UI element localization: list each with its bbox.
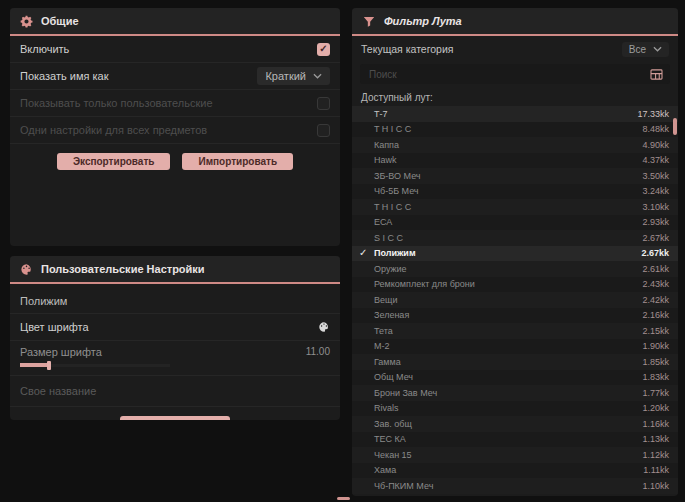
loot-item-row[interactable]: Чекан 151.12kk <box>352 447 678 463</box>
loot-item-row[interactable]: Оружие2.61kk <box>352 261 678 277</box>
loot-item-value: 2.43kk <box>642 279 669 289</box>
loot-item-row[interactable]: S I C C2.67kk <box>352 230 678 246</box>
loot-item-row[interactable]: Гамма1.85kk <box>352 354 678 370</box>
font-size-row: Размер шрифта 11.00 <box>10 341 340 376</box>
setting-label: Одни настройки для всех предметов <box>20 124 207 136</box>
custom-name-input[interactable] <box>20 380 330 402</box>
loot-item-row[interactable]: T H I C C3.10kk <box>352 199 678 215</box>
loot-item-value: 2.67kk <box>642 233 669 243</box>
loot-item-name: ЗБ-ВО Меч <box>374 171 421 181</box>
loot-item-value: 8.48kk <box>642 124 669 134</box>
setting-row: Одни настройки для всех предметов <box>10 117 340 144</box>
loot-item-name: Чекан 15 <box>374 450 412 460</box>
palette-icon[interactable] <box>318 321 330 333</box>
loot-item-name: Зеленая <box>374 310 409 320</box>
loot-item-name: ЕСА <box>374 217 392 227</box>
loot-item-name: Зав. общ <box>374 419 412 429</box>
loot-item-value: 2.61kk <box>642 264 669 274</box>
loot-item-name: S I C C <box>374 233 403 243</box>
dropdown-value: Краткий <box>265 70 306 82</box>
loot-item-name: Тета <box>374 326 393 336</box>
loot-item-name: Чб-ПКИМ Меч <box>374 481 433 491</box>
action-button[interactable]: Экспортировать <box>57 153 171 170</box>
panel-title: Фильтр Лута <box>384 15 462 27</box>
loot-item-row[interactable]: Hawk4.37kk <box>352 153 678 169</box>
loot-item-row[interactable]: Тета2.15kk <box>352 323 678 339</box>
setting-row: Показывать только пользовательские <box>10 90 340 117</box>
loot-item-row[interactable]: Общ Меч1.83kk <box>352 370 678 386</box>
loot-item-row[interactable]: Зеленая2.16kk <box>352 308 678 324</box>
loot-item-name: Гамма <box>374 357 401 367</box>
loot-item-row[interactable]: ЗБ-ВО Меч3.50kk <box>352 168 678 184</box>
loot-item-value: 17.33kk <box>637 109 669 119</box>
vertical-scrollbar-thumb[interactable] <box>673 118 677 135</box>
loot-item-row[interactable]: Зав. общ1.16kk <box>352 416 678 432</box>
loot-item-value: 1.12kk <box>642 450 669 460</box>
general-panel-body: Включить✓Показать имя какКраткийПоказыва… <box>10 36 340 170</box>
slider-handle[interactable] <box>47 361 51 370</box>
loot-item-row[interactable]: Rivals1.20kk <box>352 401 678 417</box>
loot-item-name: М-2 <box>374 341 390 351</box>
loot-item-value: 1.90kk <box>642 341 669 351</box>
loot-list: Т-717.33kkT H I C C8.48kkКаппа4.90kkHawk… <box>352 106 678 494</box>
loot-item-name: Хама <box>374 465 396 475</box>
delete-button-row: Удалить <box>10 416 340 420</box>
loot-item-row[interactable]: Хама1.11kk <box>352 463 678 479</box>
chevron-down-icon <box>313 73 322 79</box>
loot-item-name: Общ Меч <box>374 372 413 382</box>
loot-item-value: 1.83kk <box>642 372 669 382</box>
loot-item-name: ТЕС КА <box>374 434 406 444</box>
loot-item-name: Чб-5Б Меч <box>374 186 419 196</box>
loot-item-row[interactable]: Ремкомплект для брони2.43kk <box>352 277 678 293</box>
loot-item-row[interactable]: Каппа4.90kk <box>352 137 678 153</box>
loot-item-name: Полижим <box>374 248 416 258</box>
setting-row: Включить✓ <box>10 36 340 63</box>
loot-item-value: 4.37kk <box>642 155 669 165</box>
font-size-slider[interactable] <box>20 360 170 371</box>
search-box[interactable] <box>360 64 670 84</box>
custom-name-row <box>10 376 340 407</box>
loot-item-value: 1.85kk <box>642 357 669 367</box>
category-dropdown[interactable]: Все <box>622 42 669 57</box>
loot-item-row[interactable]: Чб-5Б Меч3.24kk <box>352 184 678 200</box>
loot-item-name: Вещи <box>374 295 397 305</box>
loot-item-row[interactable]: Вещи2.42kk <box>352 292 678 308</box>
checkbox[interactable]: ✓ <box>317 43 330 56</box>
loot-filter-panel: Фильтр Лута Текущая категория Все Доступ… <box>352 8 678 496</box>
chevron-down-icon <box>653 46 662 52</box>
font-color-row[interactable]: Цвет шрифта <box>10 313 340 341</box>
loot-item-row[interactable]: T H I C C8.48kk <box>352 122 678 138</box>
custom-settings-panel: Пользовательские Настройки Полижим Цвет … <box>10 256 340 420</box>
general-panel-header: Общие <box>10 8 340 36</box>
delete-button[interactable]: Удалить <box>120 416 229 420</box>
loot-item-name: Т-7 <box>374 109 388 119</box>
general-panel: Общие Включить✓Показать имя какКраткийПо… <box>10 8 340 246</box>
dropdown[interactable]: Краткий <box>257 67 330 85</box>
action-button[interactable]: Импортировать <box>182 153 293 170</box>
loot-item-name: Ремкомплект для брони <box>374 279 475 289</box>
loot-item-row[interactable]: ЕСА2.93kk <box>352 215 678 231</box>
horizontal-scrollbar-thumb[interactable] <box>337 497 350 500</box>
filter-grid-icon[interactable] <box>650 69 663 80</box>
custom-settings-header: Пользовательские Настройки <box>10 256 340 284</box>
selected-item-name: Полижим <box>10 284 340 313</box>
loot-item-value: 2.16kk <box>642 310 669 320</box>
font-size-label: Размер шрифта <box>20 346 102 358</box>
loot-item-row[interactable]: Чб-ПКИМ Меч1.10kk <box>352 478 678 494</box>
loot-item-value: 4.90kk <box>642 140 669 150</box>
loot-item-value: 3.10kk <box>642 202 669 212</box>
panel-title: Общие <box>41 15 79 27</box>
category-label: Текущая категория <box>361 43 454 55</box>
loot-item-row[interactable]: М-21.90kk <box>352 339 678 355</box>
loot-item-value: 1.77kk <box>642 388 669 398</box>
loot-item-row[interactable]: Т-717.33kk <box>352 106 678 122</box>
setting-label: Включить <box>20 43 69 55</box>
loot-item-value: 2.67kk <box>641 248 669 258</box>
loot-item-row[interactable]: ТЕС КА1.13kk <box>352 432 678 448</box>
search-input[interactable] <box>367 68 644 81</box>
loot-item-row[interactable]: ✓Полижим2.67kk <box>352 246 678 262</box>
loot-item-row[interactable]: Брони Зав Меч1.77kk <box>352 385 678 401</box>
loot-item-value: 1.13kk <box>642 434 669 444</box>
general-rows: Включить✓Показать имя какКраткийПоказыва… <box>10 36 340 144</box>
loot-filter-header: Фильтр Лута <box>352 8 678 36</box>
